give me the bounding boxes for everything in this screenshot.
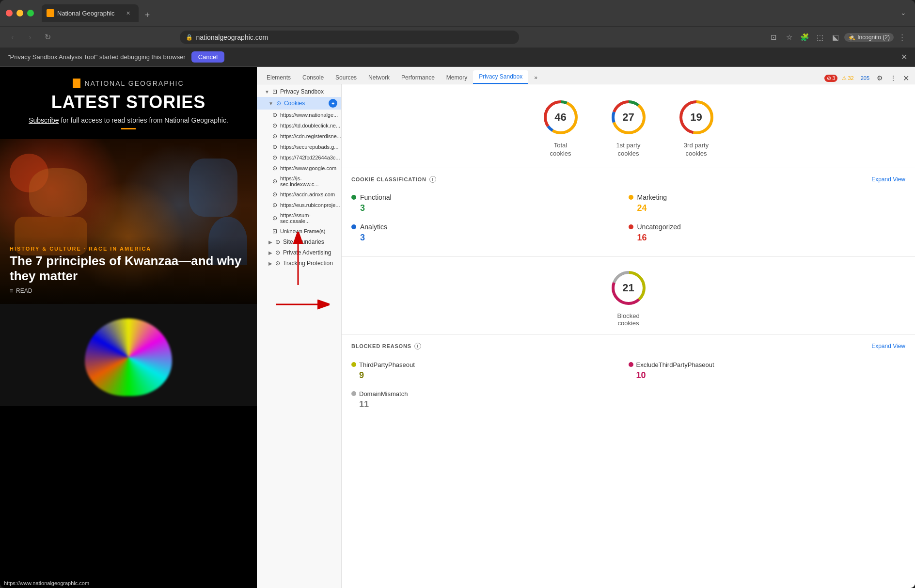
sidebar-cookies-arrow-icon: ▼: [268, 101, 273, 106]
sidebar-item-url3[interactable]: ⊙ https://cdn.registerdisne...: [257, 131, 341, 142]
sidebar-item-url8[interactable]: ⊙ https://acdn.adnxs.com: [257, 189, 341, 200]
blocked-reasons-expand-button[interactable]: Expand View: [871, 343, 905, 350]
tab-privacy-sandbox[interactable]: Privacy Sandbox: [473, 70, 528, 84]
first-party-cookies-stat: 27 1st partycookies: [609, 98, 648, 158]
sidebar-item-url2[interactable]: ⊙ https://td.doubleclick.ne...: [257, 120, 341, 131]
analytics-dot: [351, 224, 356, 229]
uncategorized-count: 16: [637, 233, 906, 243]
marketing-name: Marketing: [629, 193, 906, 201]
sidebar-url2-label: https://td.doubleclick.ne...: [280, 123, 340, 128]
sidebar-unknown-frames-label: Unknown Frame(s): [280, 228, 326, 234]
classification-expand-button[interactable]: Expand View: [871, 176, 905, 183]
menu-button[interactable]: ⋮: [896, 31, 909, 44]
bookmark-icon[interactable]: ☆: [782, 31, 796, 44]
sidebar-item-unknown-frames[interactable]: ⊡ Unknown Frame(s): [257, 226, 341, 237]
tracking-protection-arrow: ▶: [268, 261, 272, 266]
maximize-traffic-light[interactable]: [27, 10, 34, 16]
analytics-class-item: Analytics 3: [351, 219, 629, 249]
warn-icon: ⚠: [842, 75, 847, 81]
reload-button[interactable]: ↻: [41, 31, 54, 44]
devtools-close-button[interactable]: ✕: [901, 74, 911, 83]
tab-favicon: [47, 9, 54, 17]
sidebar-item-cookies[interactable]: ▼ ⊙ Cookies ✦: [257, 97, 341, 110]
svg-rect-0: [47, 10, 53, 16]
sidebar-item-privacy-sandbox[interactable]: ▼ ⊡ Privacy Sandbox: [257, 86, 341, 97]
warn-count: ⚠ 32: [839, 75, 856, 82]
extensions-icon[interactable]: 🧩: [798, 31, 811, 44]
devtools-panel: Elements Console Sources Network Perform…: [257, 67, 915, 588]
sidebar-item-url6[interactable]: ⊙ https://www.google.com: [257, 163, 341, 174]
sidebar-item-tracking-protection[interactable]: ▶ ⊙ Tracking Protection: [257, 258, 341, 269]
tab-elements[interactable]: Elements: [261, 71, 297, 84]
debug-close-button[interactable]: ✕: [901, 52, 907, 62]
incognito-icon: 🕵: [848, 34, 855, 41]
ng-subscribe-link[interactable]: Subscribe: [29, 116, 59, 124]
sidebar-item-url7[interactable]: ⊙ https://js-sec.indexww.c...: [257, 174, 341, 189]
sidebar-item-url9[interactable]: ⊙ https://eus.rubiconproje...: [257, 200, 341, 210]
forward-button[interactable]: ›: [23, 31, 37, 44]
site-boundaries-icon: ⊙: [275, 238, 280, 245]
sidebar-item-url4[interactable]: ⊙ https://securepubads.g...: [257, 142, 341, 152]
devtools-more-button[interactable]: ⋮: [887, 72, 899, 84]
screenshot-icon[interactable]: ⬚: [813, 31, 827, 44]
window-collapse-button[interactable]: ⌄: [900, 9, 909, 17]
url-icon-4: ⊙: [272, 143, 277, 150]
blocked-reasons-header: BLOCKED REASONS i Expand View: [342, 335, 915, 354]
tab-network[interactable]: Network: [363, 71, 395, 84]
classification-info-icon[interactable]: i: [429, 176, 436, 183]
devtools-tabs: Elements Console Sources Network Perform…: [257, 67, 915, 84]
tab-more[interactable]: »: [528, 71, 543, 84]
exclude-third-party-phaseout-name: ExcludeThirdPartyPhaseout: [629, 361, 906, 368]
tab-sources[interactable]: Sources: [330, 71, 363, 84]
cast-icon[interactable]: ⊡: [767, 31, 780, 44]
back-button[interactable]: ‹: [6, 31, 19, 44]
ng-read-button[interactable]: ≡ READ: [10, 287, 247, 294]
sidebar-item-url5[interactable]: ⊙ https://742fcd22644a3c...: [257, 152, 341, 163]
analytics-count: 3: [360, 233, 629, 243]
tab-console[interactable]: Console: [297, 71, 330, 84]
functional-class-item: Functional 3: [351, 190, 629, 219]
sidebar-tracking-protection-label: Tracking Protection: [283, 260, 333, 267]
third-party-cookies-stat: 19 3rd partycookies: [677, 98, 716, 158]
debug-message: "Privacy Sandbox Analysis Tool" started …: [8, 53, 186, 61]
sidebar-item-private-advertising[interactable]: ▶ ⊙ Private Advertising: [257, 247, 341, 258]
sidebar-item-url10[interactable]: ⊙ https://ssum-sec.casale...: [257, 210, 341, 226]
sidebar-item-url1[interactable]: ⊙ https://www.nationalge...: [257, 110, 341, 120]
incognito-badge[interactable]: 🕵 Incognito (2): [844, 33, 894, 42]
tracking-protection-icon: ⊙: [275, 260, 280, 267]
ng-bottom-section: [0, 304, 257, 406]
address-bar[interactable]: 🔒 nationalgeographic.com: [180, 31, 519, 44]
sidebar-item-site-boundaries[interactable]: ▶ ⊙ Site Boundaries: [257, 237, 341, 247]
analytics-name: Analytics: [351, 223, 629, 231]
sidebar-url5-label: https://742fcd22644a3c...: [280, 155, 340, 160]
url-icon-5: ⊙: [272, 154, 277, 161]
devtools-settings-button[interactable]: ⚙: [874, 72, 885, 84]
error-icon: ⊘: [827, 75, 831, 81]
active-tab[interactable]: National Geographic ✕: [42, 4, 139, 22]
new-tab-button[interactable]: +: [141, 8, 154, 22]
cancel-debug-button[interactable]: Cancel: [191, 51, 224, 63]
marketing-class-item: Marketing 24: [629, 190, 906, 219]
tab-memory[interactable]: Memory: [441, 71, 473, 84]
browser-window: National Geographic ✕ + ⌄ ‹ › ↻ 🔒 nation…: [0, 0, 915, 588]
classification-title: COOKIE CLASSIFICATION i: [351, 176, 436, 183]
traffic-lights: [6, 10, 34, 16]
ng-hero-title: The 7 principles of Kwanzaa—and why they…: [10, 254, 247, 284]
tab-close-button[interactable]: ✕: [124, 9, 132, 17]
url-icon-2: ⊙: [272, 122, 277, 129]
third-party-cookies-number: 19: [690, 111, 702, 124]
hamburger-icon: ≡: [10, 287, 13, 294]
ng-website: National Geographic LATEST STORIES Subsc…: [0, 67, 257, 588]
blocked-reasons-grid: ThirdPartyPhaseout 9 ExcludeThirdPartyPh…: [342, 354, 915, 422]
sidebar-site-boundaries-label: Site Boundaries: [283, 238, 324, 245]
sidebar-toggle-icon[interactable]: ⬕: [829, 31, 842, 44]
tab-performance[interactable]: Performance: [395, 71, 441, 84]
sidebar-url8-label: https://acdn.adnxs.com: [280, 191, 335, 197]
address-text: nationalgeographic.com: [196, 33, 513, 41]
ng-header: National Geographic LATEST STORIES Subsc…: [0, 67, 257, 139]
close-traffic-light[interactable]: [6, 10, 13, 16]
third-party-cookies-label: 3rd partycookies: [684, 142, 709, 158]
devtools-status-icons: ⊘ 3 ⚠ 32 205 ⚙ ⋮ ✕: [824, 72, 911, 84]
minimize-traffic-light[interactable]: [16, 10, 23, 16]
blocked-reasons-info-icon[interactable]: i: [414, 343, 421, 350]
